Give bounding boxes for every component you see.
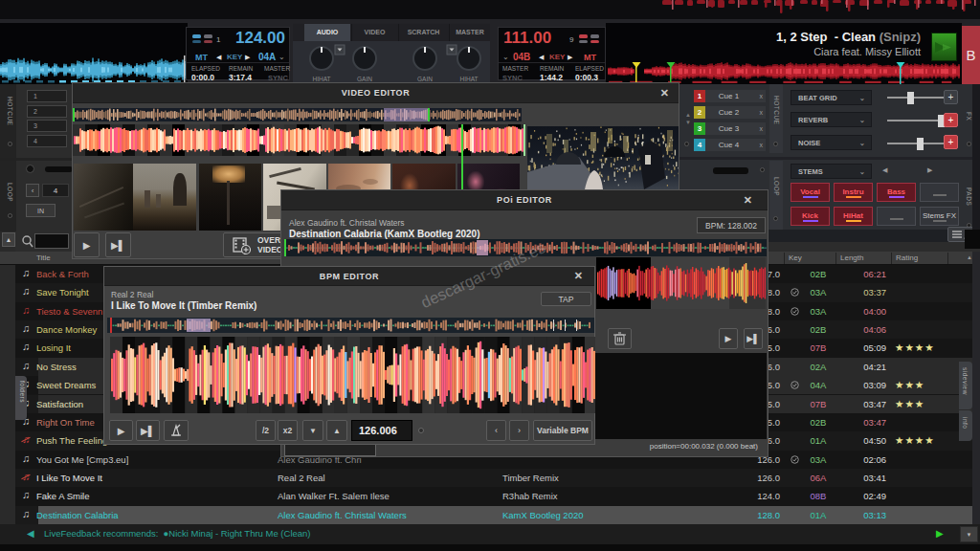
svg-text:HIHAT: HIHAT	[312, 76, 330, 82]
svg-text:HIHAT: HIHAT	[459, 76, 478, 82]
svg-text:GAIN: GAIN	[417, 76, 433, 82]
svg-text:GAIN: GAIN	[357, 76, 372, 82]
